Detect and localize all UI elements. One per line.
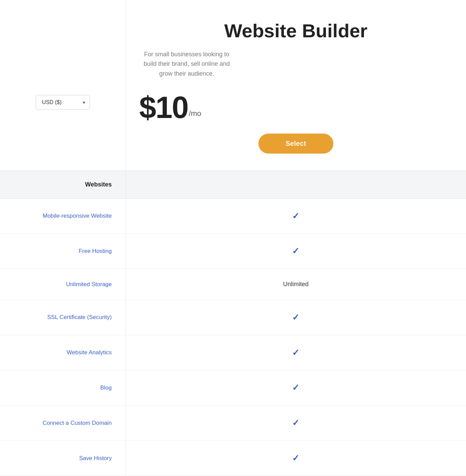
- feature-value-blog: ✓: [125, 370, 466, 405]
- table-row: SSL Certificate (Security) ✓: [0, 300, 466, 335]
- check-icon: ✓: [292, 211, 299, 221]
- currency-select[interactable]: USD ($) EUR (€) GBP (£): [36, 95, 90, 110]
- check-icon: ✓: [292, 246, 299, 256]
- select-button[interactable]: Select: [258, 134, 333, 154]
- page-container: USD ($) EUR (€) GBP (£) ▾ Website Builde…: [0, 0, 466, 476]
- check-icon: ✓: [292, 312, 299, 322]
- header-right: Website Builder For small businesses loo…: [125, 0, 466, 171]
- table-row: Free Hosting ✓: [0, 234, 466, 269]
- table-row: Blog ✓: [0, 370, 466, 405]
- feature-name-save-history[interactable]: Save History: [0, 441, 125, 476]
- feature-name-mobile-responsive[interactable]: Mobile-responsive Website: [0, 198, 125, 234]
- feature-value-free-hosting: ✓: [125, 234, 466, 269]
- price-container: $10 /mo: [139, 92, 453, 123]
- price-amount: $10: [139, 92, 188, 123]
- unlimited-label: Unlimited: [283, 281, 309, 287]
- feature-value-connect-custom-domain: ✓: [125, 405, 466, 441]
- check-icon: ✓: [292, 382, 299, 393]
- table-row: Connect a Custom Domain ✓: [0, 405, 466, 441]
- check-icon: ✓: [292, 453, 299, 463]
- page-title: Website Builder: [139, 20, 453, 41]
- feature-name-blog[interactable]: Blog: [0, 370, 125, 405]
- feature-name-ssl-certificate[interactable]: SSL Certificate (Security): [0, 300, 125, 335]
- main-table: USD ($) EUR (€) GBP (£) ▾ Website Builde…: [0, 0, 466, 476]
- section-header-row: Websites: [0, 171, 466, 198]
- check-icon: ✓: [292, 418, 299, 428]
- feature-name-connect-custom-domain[interactable]: Connect a Custom Domain: [0, 405, 125, 441]
- feature-name-unlimited-storage[interactable]: Unlimited Storage: [0, 269, 125, 300]
- sidebar-header: USD ($) EUR (€) GBP (£) ▾: [0, 0, 125, 171]
- feature-name-free-hosting[interactable]: Free Hosting: [0, 234, 125, 269]
- page-subtitle: For small businesses looking to build th…: [139, 49, 234, 79]
- section-header-left: Websites: [0, 171, 125, 198]
- feature-name-website-analytics[interactable]: Website Analytics: [0, 335, 125, 370]
- feature-value-website-analytics: ✓: [125, 335, 466, 370]
- table-row: Website Analytics ✓: [0, 335, 466, 370]
- feature-value-ssl-certificate: ✓: [125, 300, 466, 335]
- feature-value-mobile-responsive: ✓: [125, 198, 466, 234]
- price-period: /mo: [189, 109, 201, 118]
- table-row: Save History ✓: [0, 441, 466, 476]
- table-row: Mobile-responsive Website ✓: [0, 198, 466, 234]
- feature-value-unlimited-storage: Unlimited: [125, 269, 466, 300]
- check-icon: ✓: [292, 348, 299, 358]
- currency-selector-wrapper[interactable]: USD ($) EUR (€) GBP (£) ▾: [36, 95, 90, 110]
- table-row: Unlimited Storage Unlimited: [0, 269, 466, 300]
- feature-value-save-history: ✓: [125, 441, 466, 476]
- section-header-right: [125, 171, 466, 198]
